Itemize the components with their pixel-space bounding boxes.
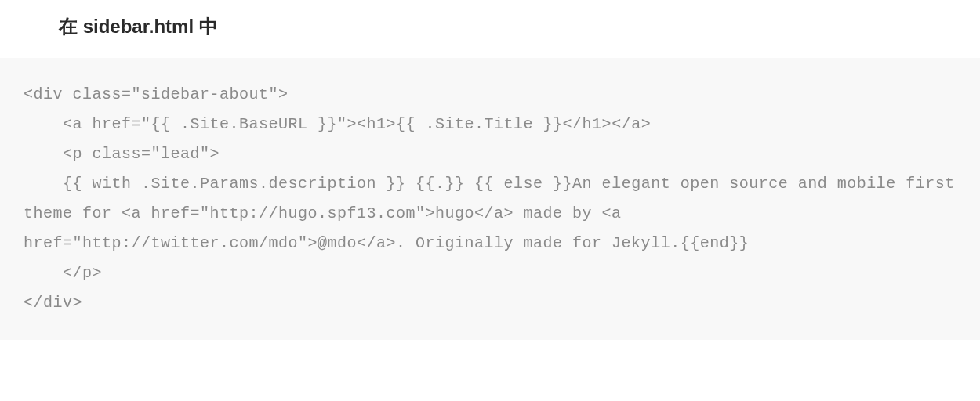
heading-prefix: 在 <box>59 16 83 37</box>
section-heading: 在 sidebar.html 中 <box>0 0 980 58</box>
heading-filename: sidebar.html <box>83 16 194 37</box>
code-block: <div class="sidebar-about"> <a href="{{ … <box>0 58 980 340</box>
heading-suffix: 中 <box>194 16 218 37</box>
